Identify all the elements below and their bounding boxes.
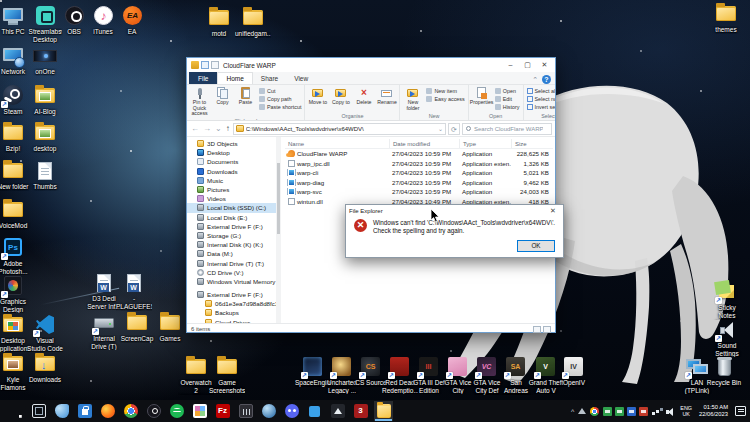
taskbar-spotify[interactable] [167, 401, 186, 421]
sidebar-item-06d1e3ea7d98a8d8fc1652fe[interactable]: 06d1e3ea7d98a8d8fc1652fe [187, 299, 276, 308]
sidebar-item-documents[interactable]: Documents [187, 157, 276, 166]
ok-button[interactable]: OK [517, 240, 555, 252]
taskbar-task-view-button[interactable] [29, 401, 48, 421]
dialog-close-button[interactable]: ✕ [546, 207, 560, 215]
ribbon-collapse-icon[interactable]: ⌃ [532, 76, 538, 84]
desktop-icon-plaguefest-vps[interactable]: W-PLAGUEFEST VPS [116, 271, 152, 311]
ribbon-button-copy-path[interactable]: Copy path [259, 95, 301, 103]
sidebar-item-internal-drive-t-t[interactable]: Internal Drive (T) (T:) [187, 258, 276, 267]
desktop-icon-sticky-notes-classic[interactable]: ↗Sticky Notes (classic) [709, 280, 745, 320]
sidebar-item-pictures[interactable]: Pictures [187, 185, 276, 194]
desktop-icon-sound-settings[interactable]: ↗Sound Settings [709, 318, 745, 357]
quick-access-button-1[interactable] [201, 61, 209, 69]
ribbon-button-move-to[interactable]: Move to [306, 86, 329, 112]
sidebar-item-backups[interactable]: Backups [187, 308, 276, 317]
search-box[interactable]: Search CloudFlare WARP [462, 123, 552, 135]
file-row-warp-ipc-dll[interactable]: warp_ipc.dll27/04/2023 10:59 PMApplicati… [285, 159, 553, 169]
quick-access-toolbar[interactable] [191, 61, 219, 69]
network-icon[interactable] [652, 407, 662, 415]
sidebar-item-cd-drive-v[interactable]: CD Drive (V:) [187, 268, 276, 277]
title-bar[interactable]: CloudFlare WARP – ▢ ✕ [187, 58, 555, 72]
ribbon-button-paste[interactable]: Paste [234, 86, 257, 117]
ribbon-button-history[interactable]: History [495, 103, 520, 111]
clock[interactable]: 01:50 AM 22/06/2023 [696, 404, 731, 418]
sidebar-item-storage-g[interactable]: Storage (G:) [187, 231, 276, 240]
desktop-icon-screencap[interactable]: ScreenCap [119, 311, 155, 343]
tray-monitor-badge-4[interactable] [639, 407, 648, 416]
action-center-icon[interactable] [735, 406, 746, 416]
file-row-warp-svc[interactable]: warp-svc27/04/2023 10:59 PMApplication24… [285, 187, 553, 197]
taskbar-start-button[interactable] [6, 401, 25, 421]
desktop-icon-desktop[interactable]: desktop [27, 121, 63, 153]
ribbon-button-delete[interactable]: ×Delete [352, 86, 375, 112]
desktop-icon-thumbs[interactable]: Thumbs [27, 159, 63, 191]
close-button[interactable]: ✕ [536, 59, 553, 72]
desktop-icon-ai-blog[interactable]: AI-Blog [27, 84, 63, 116]
sidebar-item-desktop[interactable]: Desktop [187, 148, 276, 157]
volume-icon[interactable] [666, 407, 676, 416]
thumbnail-view-button[interactable] [543, 326, 551, 333]
taskbar-firefox[interactable] [98, 401, 117, 421]
ribbon-button-rename[interactable]: Rename [375, 86, 398, 112]
ribbon-button-select-none[interactable]: Select none [527, 95, 555, 103]
desktop-icon-graphics-design[interactable]: ↗Graphics Design [0, 274, 31, 313]
taskbar-file-explorer[interactable] [374, 401, 393, 421]
ribbon-button-open[interactable]: Open [495, 87, 520, 95]
column-header-size[interactable]: Size [511, 139, 553, 148]
ribbon-button-edit[interactable]: Edit [495, 95, 520, 103]
ribbon-button-new-item[interactable]: New item [426, 87, 464, 95]
sidebar-item-data-m[interactable]: Data (M:) [187, 249, 276, 258]
taskbar-notepad-app[interactable] [236, 401, 255, 421]
taskbar-filezilla[interactable]: Fz [213, 401, 232, 421]
desktop-icon-downloads[interactable]: ↓Downloads [27, 352, 63, 384]
sidebar-item-music[interactable]: Music [187, 176, 276, 185]
ribbon-button-new-folder[interactable]: New folder [401, 86, 424, 112]
sidebar-item-external-drive-f-f[interactable]: External Drive F (F:) [187, 290, 276, 299]
dialog-title-bar[interactable]: File Explorer ✕ [346, 205, 563, 216]
taskbar-dark-triangle-app[interactable] [328, 401, 347, 421]
column-header-name[interactable]: Name [285, 139, 389, 148]
sidebar-item-local-disk-e[interactable]: Local Disk (E:) [187, 213, 276, 222]
sidebar-item-local-disk-ssd-c[interactable]: Local Disk (SSD) (C:) [187, 203, 276, 212]
recent-locations-chevron[interactable]: ⌄ [214, 124, 223, 134]
tab-view[interactable]: View [286, 73, 316, 84]
tray-monitor-badge-2[interactable] [615, 407, 624, 416]
ribbon-button-copy[interactable]: Copy [211, 86, 234, 117]
column-header-date-modified[interactable]: Date modified [389, 139, 459, 148]
refresh-button[interactable]: ⟳ [448, 123, 460, 135]
ribbon-button-select-all[interactable]: Select all [527, 87, 555, 95]
taskbar-obs-app[interactable] [144, 401, 163, 421]
address-bar[interactable]: C:\Windows\AAct_Tools\wdvdriver\x64WDV\ … [233, 123, 446, 135]
desktop-icon-visual-studio-code[interactable]: ↗Visual Studio Code [27, 313, 63, 352]
sidebar-item-windows-virtual-memory[interactable]: Windows Virtual Memory ( [187, 277, 276, 286]
ribbon-button-easy-access[interactable]: Easy access [426, 95, 464, 103]
taskbar-chrome[interactable] [121, 401, 140, 421]
address-dropdown-chevron[interactable]: ⌄ [438, 125, 443, 132]
ribbon-button-invert-selection[interactable]: Invert selection [527, 103, 555, 111]
tab-share[interactable]: Share [253, 73, 286, 84]
taskbar-discord[interactable] [282, 401, 301, 421]
maximize-button[interactable]: ▢ [519, 59, 536, 72]
tray-monitor-badge-3[interactable] [627, 407, 636, 416]
tab-file[interactable]: File [189, 72, 217, 84]
desktop-icon-themes[interactable]: themes [708, 2, 744, 34]
desktop-icon-voicemod[interactable]: VoiceMod [0, 198, 31, 230]
desktop-icon-motd[interactable]: motd [201, 6, 237, 38]
desktop-icon-games[interactable]: Games [152, 311, 188, 343]
back-button[interactable]: ← [190, 124, 200, 134]
language-indicator[interactable]: ENG UK [680, 405, 692, 417]
tray-chrome-icon[interactable] [590, 407, 599, 416]
desktop-icon-internal-drive-t[interactable]: ↗Internal Drive (T) [86, 311, 122, 350]
forward-button[interactable]: → [202, 124, 212, 134]
desktop-icon-game-screenshots[interactable]: Game Screenshots [209, 355, 245, 394]
desktop-icon-ea[interactable]: EAEA [114, 4, 150, 36]
tray-monitor-badge-1[interactable] [603, 407, 612, 416]
ribbon-button-paste-shortcut[interactable]: Paste shortcut [259, 103, 301, 111]
ribbon-button-cut[interactable]: Cut [259, 87, 301, 95]
column-header-type[interactable]: Type [459, 139, 511, 148]
desktop-icon-onone[interactable]: onOne [27, 44, 63, 76]
details-view-button[interactable] [533, 326, 541, 333]
sidebar-item-external-drive-f-f[interactable]: External Drive F (F:) [187, 222, 276, 231]
quick-access-button-2[interactable] [211, 61, 219, 69]
taskbar-red-app[interactable]: 3 [351, 401, 370, 421]
